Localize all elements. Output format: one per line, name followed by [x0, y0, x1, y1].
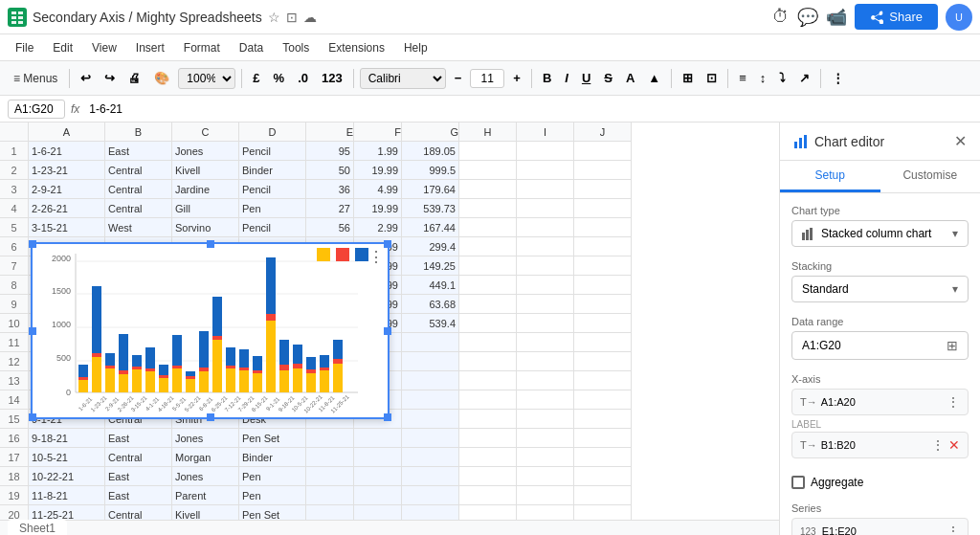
col-header-f[interactable]: F [354, 123, 402, 142]
cell-b17[interactable]: Central [105, 448, 172, 467]
font-size-increase[interactable]: + [508, 69, 525, 87]
cell-e1[interactable]: 95 [306, 142, 354, 161]
cell-g1[interactable]: 189.05 [402, 142, 459, 161]
menu-insert[interactable]: Insert [128, 39, 172, 56]
cell-i4[interactable] [517, 199, 574, 218]
cell-e17[interactable] [306, 448, 354, 467]
label-remove[interactable]: ✕ [948, 437, 960, 453]
zoom-select[interactable]: 100% [178, 68, 235, 89]
label-item[interactable]: T→ B1:B20 ⋮ ✕ [791, 432, 969, 458]
row-number-18[interactable]: 18 [0, 467, 29, 486]
cell-h10[interactable] [459, 314, 517, 333]
cell-e5[interactable]: 56 [306, 218, 354, 237]
video-icon[interactable]: 📹 [826, 7, 847, 28]
cell-h15[interactable] [459, 410, 517, 429]
cell-h6[interactable] [459, 237, 517, 256]
cell-f4[interactable]: 19.99 [354, 199, 402, 218]
cell-g3[interactable]: 179.64 [402, 180, 459, 199]
row-number-19[interactable]: 19 [0, 486, 29, 505]
undo-button[interactable]: ↩ [76, 69, 96, 87]
cell-g9[interactable]: 63.68 [402, 295, 459, 314]
cell-j16[interactable] [574, 429, 632, 448]
cell-h5[interactable] [459, 218, 517, 237]
col-header-d[interactable]: D [239, 123, 306, 142]
aggregate-checkbox[interactable] [791, 476, 805, 489]
cell-a17[interactable]: 10-5-21 [29, 448, 105, 467]
menu-extensions[interactable]: Extensions [321, 39, 392, 56]
cell-j4[interactable] [574, 199, 632, 218]
cell-h8[interactable] [459, 276, 517, 295]
cell-h7[interactable] [459, 256, 517, 276]
valign-button[interactable]: ↕ [755, 69, 771, 87]
row-number-3[interactable]: 3 [0, 180, 29, 199]
cell-g12[interactable] [402, 352, 459, 371]
cell-f5[interactable]: 2.99 [354, 218, 402, 237]
menu-file[interactable]: File [8, 39, 41, 56]
cell-j3[interactable] [574, 180, 632, 199]
cell-g2[interactable]: 999.5 [402, 161, 459, 180]
row-number-15[interactable]: 15 [0, 410, 29, 429]
share-button[interactable]: Share [855, 4, 938, 30]
cell-g7[interactable]: 149.25 [402, 256, 459, 276]
row-number-13[interactable]: 13 [0, 371, 29, 390]
col-header-i[interactable]: I [517, 123, 574, 142]
rotation-button[interactable]: ↗ [794, 69, 814, 87]
cell-i3[interactable] [517, 180, 574, 199]
avatar[interactable]: U [946, 4, 972, 31]
menu-edit[interactable]: Edit [45, 39, 80, 56]
cell-j2[interactable] [574, 161, 632, 180]
cell-h12[interactable] [459, 352, 517, 371]
row-number-2[interactable]: 2 [0, 161, 29, 180]
cell-d4[interactable]: Pen [239, 199, 306, 218]
currency-button[interactable]: £ [248, 69, 264, 87]
bold-button[interactable]: B [538, 69, 556, 87]
cell-e20[interactable] [306, 505, 354, 520]
col-header-e[interactable]: E [306, 123, 354, 142]
cell-j6[interactable] [574, 237, 632, 256]
col-header-j[interactable]: J [574, 123, 632, 142]
cell-a20[interactable]: 11-25-21 [29, 505, 105, 520]
row-number-6[interactable]: 6 [0, 237, 29, 256]
cell-f16[interactable] [354, 429, 402, 448]
text-color-button[interactable]: A [621, 69, 639, 87]
row-number-4[interactable]: 4 [0, 199, 29, 218]
cell-h14[interactable] [459, 390, 517, 410]
data-range-input[interactable]: A1:G20 ⊞ [791, 331, 969, 360]
series-menu-1[interactable]: ⋮ [947, 524, 960, 535]
cell-g17[interactable] [402, 448, 459, 467]
row-number-9[interactable]: 9 [0, 295, 29, 314]
cell-e4[interactable]: 27 [306, 199, 354, 218]
more-button[interactable]: ⋮ [827, 69, 849, 87]
borders-button[interactable]: ⊞ [678, 69, 698, 87]
menu-data[interactable]: Data [232, 39, 271, 56]
cell-i11[interactable] [517, 333, 574, 352]
cell-ref-input[interactable] [8, 100, 65, 119]
cell-i16[interactable] [517, 429, 574, 448]
cell-i14[interactable] [517, 390, 574, 410]
cell-d19[interactable]: Pen [239, 486, 306, 505]
cell-g6[interactable]: 299.4 [402, 237, 459, 256]
cell-c4[interactable]: Gill [172, 199, 239, 218]
cell-j1[interactable] [574, 142, 632, 161]
row-number-8[interactable]: 8 [0, 276, 29, 295]
percent-button[interactable]: % [269, 69, 290, 87]
sheet-tab[interactable]: Sheet1 [8, 520, 67, 536]
cell-j11[interactable] [574, 333, 632, 352]
cell-d20[interactable]: Pen Set [239, 505, 306, 520]
cell-g15[interactable] [402, 410, 459, 429]
cell-h17[interactable] [459, 448, 517, 467]
cell-d16[interactable]: Pen Set [239, 429, 306, 448]
cell-a5[interactable]: 3-15-21 [29, 218, 105, 237]
cell-a1[interactable]: 1-6-21 [29, 142, 105, 161]
cell-i19[interactable] [517, 486, 574, 505]
cell-g14[interactable] [402, 390, 459, 410]
font-size-input[interactable] [470, 69, 504, 88]
col-header-a[interactable]: A [29, 123, 105, 142]
col-header-b[interactable]: B [105, 123, 172, 142]
cell-j13[interactable] [574, 371, 632, 390]
col-header-h[interactable]: H [459, 123, 517, 142]
cell-h3[interactable] [459, 180, 517, 199]
cell-i15[interactable] [517, 410, 574, 429]
font-size-decrease[interactable]: − [450, 69, 467, 87]
cell-h11[interactable] [459, 333, 517, 352]
